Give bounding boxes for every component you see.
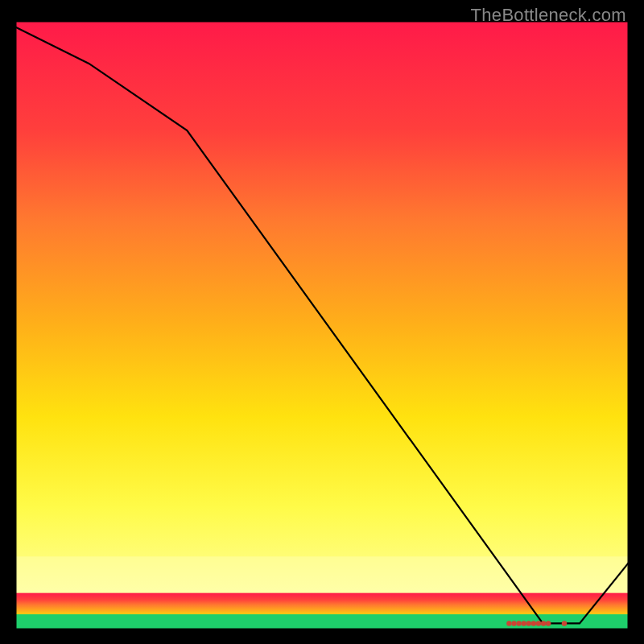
- dot: [541, 621, 546, 625]
- chart-container: TheBottleneck.com: [0, 0, 644, 644]
- dot: [546, 621, 551, 625]
- dot: [536, 621, 541, 625]
- chart-svg: [0, 0, 644, 644]
- dot: [531, 621, 536, 625]
- soft-light-band: [15, 556, 629, 592]
- watermark-label: TheBottleneck.com: [471, 5, 626, 26]
- dot: [526, 621, 531, 625]
- dot: [506, 621, 511, 625]
- plot-background: [15, 21, 629, 630]
- dot: [516, 621, 521, 625]
- dot: [562, 621, 567, 625]
- dot: [511, 621, 516, 625]
- dot: [521, 621, 526, 625]
